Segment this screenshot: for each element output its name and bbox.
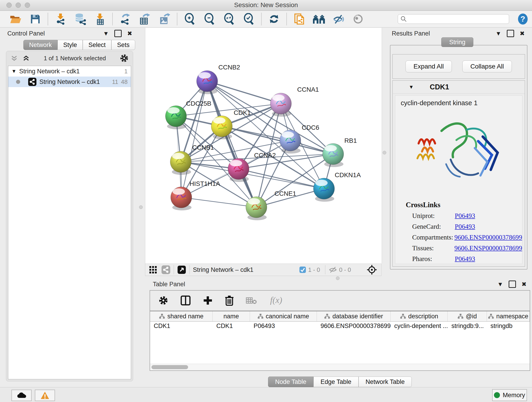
tab-string[interactable]: String	[441, 37, 474, 47]
table-float-icon[interactable]	[509, 281, 516, 288]
node-RB1[interactable]: RB1	[323, 137, 357, 167]
table-cell[interactable]: stringdb	[487, 322, 530, 331]
tab-network-table[interactable]: Network Table	[359, 376, 412, 387]
network-collection-row[interactable]: ▼ String Network – cdk1 1	[8, 66, 131, 77]
collection-expand-icon[interactable]: ▼	[12, 68, 17, 74]
table-cell[interactable]: stringdb:9...	[448, 322, 487, 331]
collapse-all-networks-icon[interactable]	[10, 54, 18, 62]
column-header-description[interactable]: description	[391, 311, 448, 321]
network-view-mode-icon[interactable]	[161, 265, 171, 274]
column-header-shared-name[interactable]: shared name	[150, 311, 213, 321]
table-row[interactable]: CDK1CDK1P064939606.ENSP00000378699cyclin…	[150, 322, 530, 331]
close-panel-icon[interactable]: ✖	[127, 31, 132, 36]
show-all-button[interactable]	[352, 13, 364, 25]
close-window-button[interactable]	[6, 2, 12, 8]
import-network-database-button[interactable]	[74, 13, 86, 25]
export-network-button[interactable]	[119, 13, 131, 25]
export-image-button[interactable]	[158, 13, 171, 25]
export-table-button[interactable]	[139, 13, 151, 25]
expand-all-button[interactable]: Expand All	[405, 61, 452, 72]
gene-expand-icon[interactable]: ▼	[409, 84, 414, 90]
edge-CCNB2-CCNA1[interactable]	[207, 81, 281, 104]
table-cell[interactable]: P06493	[250, 322, 317, 331]
tab-select[interactable]: Select	[83, 40, 111, 50]
maximize-window-button[interactable]	[25, 2, 30, 8]
table-cell[interactable]: CDK1	[150, 322, 213, 331]
column-header--id[interactable]: @id	[448, 311, 487, 321]
copy-document-button[interactable]	[293, 13, 305, 25]
tab-edge-table[interactable]: Edge Table	[313, 376, 359, 387]
memory-button[interactable]: Memory	[492, 389, 527, 401]
tab-style[interactable]: Style	[57, 40, 83, 50]
table-gear-button[interactable]	[158, 295, 168, 306]
column-header-name[interactable]: name	[213, 311, 250, 321]
table-add-button[interactable]	[203, 295, 213, 306]
results-close-icon[interactable]: ✖	[520, 31, 525, 36]
node-HIST1H1A[interactable]: HIST1H1A	[171, 180, 220, 211]
crosslink-link[interactable]: 9606.ENSP00000378699	[454, 244, 522, 252]
network-options-gear-icon[interactable]	[120, 54, 129, 63]
birds-eye-view-icon[interactable]	[177, 265, 186, 274]
table-function-button[interactable]: f(x)	[269, 295, 285, 306]
table-delete-table-button[interactable]	[246, 296, 257, 305]
expand-all-networks-icon[interactable]	[22, 54, 30, 62]
search-box[interactable]	[398, 14, 509, 24]
tab-node-table[interactable]: Node Table	[268, 376, 313, 387]
tab-network[interactable]: Network	[23, 40, 57, 50]
crosslink-link[interactable]: P06493	[455, 212, 475, 220]
zoom-out-button[interactable]	[203, 13, 215, 25]
cloud-status-button[interactable]	[12, 390, 32, 401]
collapse-all-button[interactable]: Collapse All	[462, 61, 512, 72]
help-button[interactable]: ?	[517, 13, 529, 25]
crosslink-link[interactable]: P06493	[455, 255, 475, 263]
network-row[interactable]: String Network – cdk1 11 48	[8, 77, 131, 87]
node-CDKN1A[interactable]: CDKN1A	[313, 172, 361, 202]
open-session-button[interactable]	[10, 13, 22, 25]
network-canvas[interactable]: CCNB2CCNA1CDC25BCDK1CDC6RB1CCNB1CCNA2CDK…	[145, 28, 382, 264]
column-header-database-identifier[interactable]: database identifier	[317, 311, 391, 321]
export-table-icon	[139, 13, 151, 25]
node-label-CDC25B: CDC25B	[186, 100, 211, 107]
hide-selected-button[interactable]	[333, 13, 345, 25]
crosslink-link[interactable]: P06493	[455, 223, 475, 230]
edge-CCNA2-CDKN1A[interactable]	[239, 169, 324, 189]
first-neighbors-button[interactable]	[313, 13, 325, 25]
zoom-selected-button[interactable]	[243, 13, 255, 25]
import-table-button[interactable]	[94, 13, 106, 25]
table-collapse-icon[interactable]: ▼	[497, 281, 503, 287]
results-float-icon[interactable]	[507, 30, 514, 37]
refresh-button[interactable]	[268, 13, 280, 25]
search-input[interactable]	[407, 15, 507, 23]
column-header-canonical-name[interactable]: canonical name	[250, 311, 317, 321]
table-cell[interactable]: cyclin-dependent ...	[391, 322, 448, 331]
network-graph[interactable]: CCNB2CCNA1CDC25BCDK1CDC6RB1CCNB1CCNA2CDK…	[145, 28, 382, 264]
right-splitter-handle[interactable]	[383, 151, 386, 154]
zoom-in-button[interactable]	[184, 13, 196, 25]
node-table[interactable]: shared namenamecanonical namedatabase id…	[150, 311, 530, 364]
table-columns-button[interactable]	[180, 295, 191, 306]
collapse-panel-icon[interactable]: ▼	[103, 31, 109, 36]
save-session-button[interactable]	[29, 13, 41, 25]
node-CCNA1[interactable]: CCNA1	[270, 86, 319, 117]
crosslink-link[interactable]: 9606.ENSP00000378699	[454, 234, 522, 241]
table-close-icon[interactable]: ✖	[521, 281, 526, 287]
float-panel-icon[interactable]	[114, 30, 122, 37]
minimize-window-button[interactable]	[16, 2, 21, 8]
tab-sets[interactable]: Sets	[111, 40, 135, 50]
table-horizontal-scrollbar[interactable]	[150, 364, 530, 370]
warnings-button[interactable]	[35, 390, 55, 401]
scrollbar-thumb[interactable]	[152, 365, 188, 369]
results-collapse-icon[interactable]: ▼	[495, 31, 501, 36]
left-splitter-handle[interactable]	[139, 205, 143, 209]
zoom-fit-button[interactable]	[223, 13, 235, 25]
fit-selected-crosshair-icon[interactable]	[367, 264, 377, 275]
window-controls[interactable]	[6, 2, 30, 8]
column-header-namespace[interactable]: namespace	[487, 311, 530, 321]
table-cell[interactable]: CDK1	[213, 322, 250, 331]
edge-HIST1H1A-CCNE1[interactable]	[181, 197, 256, 207]
table-delete-button[interactable]	[225, 295, 234, 306]
grid-view-icon[interactable]	[149, 266, 157, 274]
node-CCNE1[interactable]: CCNE1	[246, 190, 296, 220]
table-cell[interactable]: 9606.ENSP00000378699	[317, 322, 391, 331]
import-network-button[interactable]	[55, 13, 66, 25]
